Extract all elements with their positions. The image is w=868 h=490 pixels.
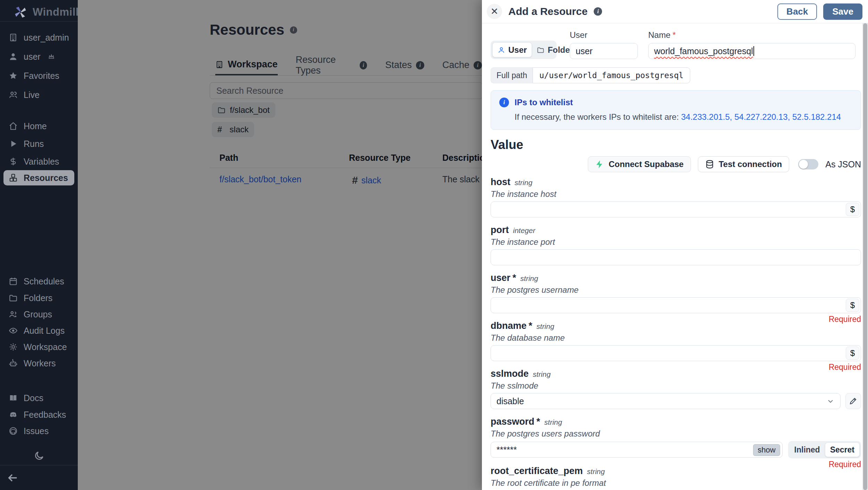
variable-picker-button[interactable]: $ <box>846 347 859 360</box>
chevron-down-icon <box>826 397 835 405</box>
schedules-label: Schedules <box>24 276 64 286</box>
field-root-certificate-description: The root certificate in pe format <box>491 479 861 488</box>
sidebar: Windmill user_admin user Favorites Live … <box>0 0 78 490</box>
arrow-left-icon <box>7 472 19 484</box>
test-connection-button[interactable]: Test connection <box>698 156 789 172</box>
sidebar-item-live[interactable]: Live <box>3 87 74 102</box>
sidebar-item-schedules[interactable]: Schedules <box>3 274 74 289</box>
owner-kind-toggle: User Folder <box>491 41 557 59</box>
field-sslmode: sslmodestring The sslmode disable <box>491 369 861 409</box>
folder-icon <box>537 46 544 54</box>
sidebar-item-workspace-switcher[interactable]: user_admin <box>3 30 74 45</box>
pencil-icon <box>849 397 857 405</box>
close-drawer-button[interactable]: ✕ <box>487 4 502 19</box>
runs-label: Runs <box>24 139 44 149</box>
sidebar-item-workers[interactable]: Workers <box>3 356 74 371</box>
kind-folder-label: Folder <box>548 45 573 55</box>
sidebar-item-variables[interactable]: Variables <box>3 154 74 169</box>
field-user: user*string The postgres username $ Requ… <box>491 273 861 313</box>
host-input[interactable]: $ <box>491 201 861 217</box>
secret-option[interactable]: Secret <box>825 442 860 457</box>
full-path-value: u/user/world_famous_postgresql <box>533 67 690 83</box>
app-title: Windmill <box>33 6 79 18</box>
sidebar-item-issues[interactable]: Issues <box>3 423 74 439</box>
sidebar-item-resources[interactable]: Resources <box>3 170 74 185</box>
sidebar-item-home[interactable]: Home <box>3 118 74 134</box>
field-user-description: The postgres username <box>491 285 861 294</box>
kind-user-option[interactable]: User <box>492 42 532 57</box>
sidebar-item-docs[interactable]: Docs <box>3 390 74 406</box>
dbname-input[interactable]: $ <box>491 345 861 361</box>
book-icon <box>9 393 18 402</box>
workers-label: Workers <box>24 358 56 368</box>
sidebar-item-workspace-settings[interactable]: Workspace <box>3 339 74 355</box>
windmill-logo-icon <box>13 5 28 19</box>
home-icon <box>9 122 18 131</box>
dark-mode-toggle[interactable] <box>32 449 46 463</box>
field-host: hoststring The instance host $ <box>491 177 861 217</box>
drawer-title: Add a Resource <box>508 6 587 17</box>
secret-kind-toggle: Inlined Secret <box>788 441 861 458</box>
kind-user-label: User <box>508 45 527 55</box>
sidebar-item-account[interactable]: user <box>3 49 74 64</box>
variable-picker-button[interactable]: $ <box>846 203 859 216</box>
connect-supabase-button[interactable]: Connect Supabase <box>588 156 691 172</box>
audit-logs-label: Audit Logs <box>24 326 65 336</box>
port-input[interactable] <box>491 249 861 265</box>
folder-icon <box>9 293 18 302</box>
sslmode-select[interactable]: disable <box>491 393 841 409</box>
crown-icon <box>48 53 55 60</box>
required-hint: Required <box>829 315 861 324</box>
sidebar-divider-bottom <box>0 465 78 465</box>
inlined-option[interactable]: Inlined <box>790 442 825 457</box>
sidebar-item-audit-logs[interactable]: Audit Logs <box>3 323 74 338</box>
drawer-backdrop[interactable] <box>78 0 482 490</box>
supabase-bolt-icon <box>595 160 604 169</box>
info-icon: i <box>499 98 509 107</box>
user-field[interactable] <box>570 43 638 59</box>
boxes-icon <box>9 173 18 182</box>
whitelist-ips: 34.233.201.5, 54.227.220.13, 52.5.182.21… <box>681 112 841 122</box>
discord-icon <box>9 410 18 419</box>
password-input[interactable]: ****** show <box>491 442 783 458</box>
sidebar-item-runs[interactable]: Runs <box>3 136 74 151</box>
add-resource-drawer: ✕ Add a Resource i Back Save User Folder… <box>482 0 868 490</box>
save-button[interactable]: Save <box>823 3 862 20</box>
app-logo[interactable]: Windmill <box>13 5 79 19</box>
play-icon <box>9 139 18 148</box>
user-icon <box>9 52 18 61</box>
required-star: * <box>512 273 516 283</box>
groups-label: Groups <box>24 309 52 319</box>
sidebar-item-favorites[interactable]: Favorites <box>3 68 74 83</box>
folders-label: Folders <box>24 293 52 303</box>
building-icon <box>9 33 18 42</box>
drawer-header: ✕ Add a Resource i Back Save <box>482 0 868 23</box>
home-label: Home <box>24 121 47 131</box>
sidebar-item-folders[interactable]: Folders <box>3 290 74 306</box>
docs-label: Docs <box>24 393 43 403</box>
user-field-label: User <box>570 30 638 40</box>
variable-picker-button[interactable]: $ <box>846 299 859 312</box>
name-field[interactable]: world_famous_postgresql <box>648 43 856 59</box>
scrollbar-thumb[interactable] <box>863 23 867 490</box>
required-star: * <box>529 321 533 331</box>
dollar-icon <box>9 157 18 166</box>
as-json-toggle[interactable] <box>798 159 818 169</box>
name-field-label: Name* <box>648 30 856 40</box>
back-button[interactable]: Back <box>777 3 817 20</box>
required-star: * <box>536 417 540 426</box>
drawer-scrollbar[interactable] <box>862 23 868 490</box>
sidebar-item-feedbacks[interactable]: Feedbacks <box>3 407 74 422</box>
field-dbname: dbname*string The database name $ Requir… <box>491 321 861 361</box>
field-dbname-description: The database name <box>491 333 861 342</box>
ips-whitelist-infobox: i IPs to whitelist If necessary, the wor… <box>491 90 861 130</box>
field-root-certificate-pem: root_certificate_pemstring The root cert… <box>491 466 861 490</box>
pg-user-input[interactable]: $ <box>491 297 861 313</box>
show-password-button[interactable]: show <box>753 444 780 456</box>
value-section-heading: Value <box>491 138 856 152</box>
sidebar-item-groups[interactable]: Groups <box>3 307 74 322</box>
info-icon[interactable]: i <box>594 7 602 16</box>
collapse-sidebar-button[interactable] <box>7 471 22 485</box>
account-label: user <box>24 52 41 62</box>
edit-enum-button[interactable] <box>845 393 861 409</box>
